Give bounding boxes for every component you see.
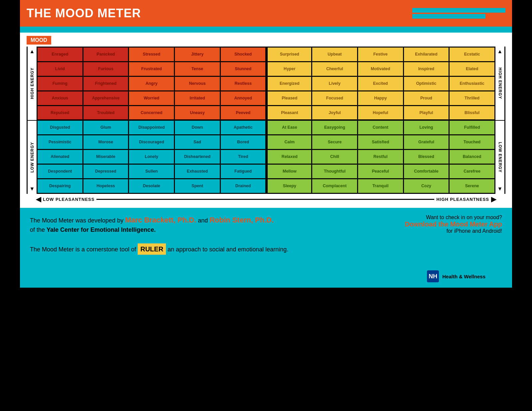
emotion-cell[interactable]: Hyper [266,62,312,77]
emotion-cell[interactable]: Serene [450,179,495,194]
emotion-cell[interactable]: Tired [221,150,267,165]
emotion-cell[interactable]: Calm [266,135,312,150]
emotion-cell[interactable]: Exhausted [175,165,221,179]
emotion-cell[interactable]: Miserable [83,150,129,165]
emotion-cell[interactable]: Enthusiastic [450,77,495,91]
emotion-cell[interactable]: Relaxed [266,150,312,165]
emotion-cell[interactable]: Joyful [312,106,358,121]
emotion-cell[interactable]: Cozy [404,179,450,194]
emotion-cell[interactable]: Despondent [38,165,83,179]
emotion-cell[interactable]: Tense [175,62,221,77]
emotion-cell[interactable]: Livid [38,62,83,77]
emotion-cell[interactable]: Furious [83,62,129,77]
emotion-cell[interactable]: Excited [358,77,404,91]
emotion-cell[interactable]: Festive [358,48,404,62]
emotion-cell[interactable]: Pessimistic [38,135,83,150]
emotion-cell[interactable]: Secure [312,135,358,150]
emotion-cell[interactable]: Hopeless [83,179,129,194]
emotion-cell[interactable]: Thrilled [450,91,495,106]
emotion-cell[interactable]: Sullen [129,165,175,179]
emotion-cell[interactable]: Enraged [38,48,83,62]
emotion-cell[interactable]: Blissful [450,106,495,121]
emotion-cell[interactable]: Energized [266,77,312,91]
emotion-cell[interactable]: Restless [221,77,267,91]
emotion-cell[interactable]: Stressed [129,48,175,62]
emotion-cell[interactable]: Comfortable [404,165,450,179]
emotion-cell[interactable]: Anxious [38,91,83,106]
emotion-cell[interactable]: Angry [129,77,175,91]
emotion-cell[interactable]: Easygoing [312,121,358,135]
emotion-cell[interactable]: Repulsed [38,106,83,121]
emotion-cell[interactable]: Fulfilled [450,121,495,135]
emotion-cell[interactable]: Content [358,121,404,135]
emotion-cell[interactable]: Balanced [450,150,495,165]
emotion-cell[interactable]: Concerned [129,106,175,121]
emotion-cell[interactable]: Stunned [221,62,267,77]
emotion-cell[interactable]: Ecstatic [450,48,495,62]
emotion-cell[interactable]: Exhilarated [404,48,450,62]
emotion-cell[interactable]: Fatigued [221,165,267,179]
emotion-cell[interactable]: Restful [358,150,404,165]
emotion-cell[interactable]: Grateful [404,135,450,150]
emotion-cell[interactable]: Irritated [175,91,221,106]
emotion-cell[interactable]: Touched [450,135,495,150]
emotion-cell[interactable]: Optimistic [404,77,450,91]
emotion-cell[interactable]: Spent [175,179,221,194]
emotion-cell[interactable]: Lonely [129,150,175,165]
emotion-cell[interactable]: Disheartened [175,150,221,165]
emotion-cell[interactable]: Worried [129,91,175,106]
emotion-cell[interactable]: Morose [83,135,129,150]
emotion-cell[interactable]: Fuming [38,77,83,91]
emotion-cell[interactable]: Thoughtful [312,165,358,179]
emotion-cell[interactable]: Loving [404,121,450,135]
emotion-cell[interactable]: Shocked [221,48,267,62]
emotion-cell[interactable]: Uneasy [175,106,221,121]
emotion-cell[interactable]: Sleepy [266,179,312,194]
emotion-cell[interactable]: Blessed [404,150,450,165]
emotion-cell[interactable]: Mellow [266,165,312,179]
emotion-cell[interactable]: Peaceful [358,165,404,179]
emotion-cell[interactable]: Sad [175,135,221,150]
emotion-cell[interactable]: Disgusted [38,121,83,135]
emotion-cell[interactable]: Disappointed [129,121,175,135]
emotion-cell[interactable]: Cheerful [312,62,358,77]
emotion-cell[interactable]: Jittery [175,48,221,62]
emotion-cell[interactable]: Surprised [266,48,312,62]
emotion-cell[interactable]: Happy [358,91,404,106]
emotion-cell[interactable]: Complacent [312,179,358,194]
emotion-cell[interactable]: Discouraged [129,135,175,150]
emotion-cell[interactable]: Pleased [266,91,312,106]
emotion-cell[interactable]: Carefree [450,165,495,179]
emotion-cell[interactable]: Peeved [221,106,267,121]
emotion-cell[interactable]: Apathetic [221,121,267,135]
emotion-cell[interactable]: Nervous [175,77,221,91]
emotion-cell[interactable]: Desolate [129,179,175,194]
emotion-cell[interactable]: Apprehensive [83,91,129,106]
emotion-cell[interactable]: Motivated [358,62,404,77]
emotion-cell[interactable]: Frightened [83,77,129,91]
emotion-cell[interactable]: Bored [221,135,267,150]
emotion-cell[interactable]: At Ease [266,121,312,135]
emotion-cell[interactable]: Chill [312,150,358,165]
emotion-cell[interactable]: Glum [83,121,129,135]
emotion-cell[interactable]: Depressed [83,165,129,179]
emotion-cell[interactable]: Panicked [83,48,129,62]
emotion-cell[interactable]: Tranquil [358,179,404,194]
emotion-cell[interactable]: Alienated [38,150,83,165]
emotion-cell[interactable]: Troubled [83,106,129,121]
emotion-cell[interactable]: Hopeful [358,106,404,121]
emotion-cell[interactable]: Lively [312,77,358,91]
emotion-cell[interactable]: Proud [404,91,450,106]
emotion-cell[interactable]: Despairing [38,179,83,194]
emotion-cell[interactable]: Annoyed [221,91,267,106]
emotion-cell[interactable]: Satisfied [358,135,404,150]
emotion-cell[interactable]: Frustrated [129,62,175,77]
emotion-cell[interactable]: Upbeat [312,48,358,62]
emotion-cell[interactable]: Drained [221,179,267,194]
emotion-cell[interactable]: Down [175,121,221,135]
emotion-cell[interactable]: Inspired [404,62,450,77]
emotion-cell[interactable]: Playful [404,106,450,121]
emotion-cell[interactable]: Pleasant [266,106,312,121]
emotion-cell[interactable]: Focused [312,91,358,106]
emotion-cell[interactable]: Elated [450,62,495,77]
